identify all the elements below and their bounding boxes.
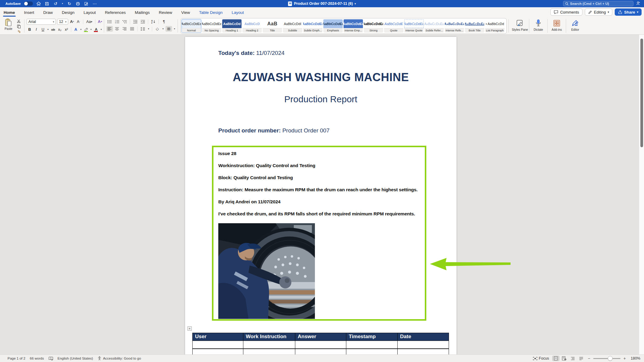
align-center-button[interactable]	[114, 26, 120, 32]
style-subtle-emph[interactable]: AaBbCcDdEeSubtle Emph...	[303, 19, 323, 33]
account-icon[interactable]	[636, 1, 641, 7]
tab-view[interactable]: View	[181, 8, 191, 17]
show-formatting-marks-button[interactable]: ¶	[161, 19, 167, 24]
share-button[interactable]: Share ▾	[615, 8, 642, 16]
align-right-button[interactable]	[121, 26, 128, 32]
style-intense-emp[interactable]: AaBbCcDdEeIntense Emp...	[343, 19, 363, 33]
spellcheck-icon[interactable]	[49, 357, 53, 360]
scrollbar-thumb[interactable]	[640, 39, 643, 147]
zoom-slider[interactable]	[593, 358, 620, 359]
sort-button[interactable]: AZ	[150, 19, 157, 24]
table-header-date[interactable]: Date	[398, 333, 449, 341]
cut-icon[interactable]	[16, 19, 22, 24]
paste-button[interactable]: Paste	[2, 18, 14, 34]
style-emphasis[interactable]: AaBbCcDdEeEmphasis	[323, 19, 343, 33]
tab-home[interactable]: Home	[3, 8, 16, 17]
bullet-list-button[interactable]	[106, 19, 113, 24]
document-title-area[interactable]: Product Order 007-2024-07-11 (6) ▾	[0, 0, 644, 7]
print-layout-view-button[interactable]	[552, 356, 559, 361]
zoom-in-button[interactable]: +	[623, 356, 626, 361]
immersive-reader-view-button[interactable]	[561, 356, 568, 361]
tab-layout-contextual[interactable]: Layout	[231, 8, 245, 17]
clear-formatting-button[interactable]: A✦	[98, 19, 103, 25]
zoom-out-button[interactable]: −	[588, 356, 590, 361]
table-cell[interactable]	[398, 349, 449, 355]
search-input[interactable]: Search (Cmd + Ctrl + U)	[563, 1, 633, 6]
style-heading-1[interactable]: AaBbCcDdHeading 1	[222, 19, 242, 33]
borders-chevron-icon[interactable]: ▾	[173, 26, 176, 32]
underline-button[interactable]: U	[40, 27, 46, 32]
tab-insert[interactable]: Insert	[24, 8, 35, 17]
table-cell[interactable]	[398, 341, 449, 349]
tab-references[interactable]: References	[104, 8, 126, 17]
highlight-color-button[interactable]	[83, 27, 89, 32]
outline-view-button[interactable]	[569, 356, 576, 361]
table-cell[interactable]	[243, 341, 295, 349]
subscript-button[interactable]: x₂	[57, 27, 63, 32]
table-cell[interactable]	[346, 341, 398, 349]
report-table[interactable]: UserWork InstructionAnswerTimestampDate	[192, 333, 449, 354]
zoom-slider-knob[interactable]	[608, 356, 613, 361]
underline-chevron-icon[interactable]: ▾	[46, 27, 50, 32]
editing-mode-button[interactable]: Editing ▾	[585, 8, 612, 16]
style-intense-refe[interactable]: AaBbCcDdEeIntense Refe...	[444, 19, 464, 33]
line-spacing-button[interactable]	[139, 26, 146, 32]
style-intense-quote[interactable]: AaBbCcDdEeIntense Quote	[404, 19, 424, 33]
table-cell[interactable]	[295, 349, 346, 355]
italic-button[interactable]: I	[33, 27, 39, 32]
format-painter-icon[interactable]	[16, 29, 22, 34]
table-cell[interactable]	[243, 349, 295, 355]
text-effects-button[interactable]: A	[73, 27, 79, 32]
font-color-button[interactable]: A	[93, 27, 99, 32]
decrease-indent-button[interactable]	[132, 19, 139, 24]
tab-mailings[interactable]: Mailings	[134, 8, 150, 17]
style-heading-2[interactable]: AaBbCcDHeading 2	[242, 19, 262, 33]
superscript-button[interactable]: x²	[63, 27, 69, 32]
accessibility-status[interactable]: Accessibility: Good to go	[98, 356, 141, 360]
table-cell[interactable]	[193, 341, 243, 349]
style-book-title[interactable]: AaBbCcDdEeBook Title	[465, 19, 485, 33]
table-header-work-instruction[interactable]: Work Instruction	[243, 333, 295, 341]
font-name-select[interactable]: Arial▾	[27, 19, 56, 25]
font-size-select[interactable]: 12▾	[57, 19, 68, 25]
shading-button[interactable]: ◇	[154, 26, 161, 32]
borders-button[interactable]: ⊞	[165, 26, 172, 32]
style-strong[interactable]: AaBbCcDdEeStrong	[364, 19, 383, 33]
table-cell[interactable]	[295, 341, 346, 349]
focus-mode-button[interactable]: Focus	[533, 356, 549, 360]
style-subtle-refer[interactable]: AaBbCcDdEeSubtle Refer...	[424, 19, 444, 33]
zoom-percent[interactable]: 180%	[629, 356, 640, 360]
style-quote[interactable]: AaBbCcDdEQuote	[384, 19, 404, 33]
document-page[interactable]: Today's date: 11/07/2024 AZUWASH WASHING…	[185, 37, 457, 354]
tab-review[interactable]: Review	[158, 8, 173, 17]
shading-chevron-icon[interactable]: ▾	[162, 26, 165, 32]
change-case-button[interactable]: Aa▾	[85, 19, 93, 25]
numbered-list-button[interactable]: 123	[114, 19, 120, 24]
add-ins-button[interactable]: Add-ins	[548, 18, 565, 32]
highlight-chevron-icon[interactable]: ▾	[90, 27, 93, 32]
style-normal[interactable]: AaBbCcDdEeNormal	[181, 19, 201, 33]
tab-design[interactable]: Design	[61, 8, 75, 17]
table-cell[interactable]	[346, 349, 398, 355]
align-left-button[interactable]	[106, 26, 113, 32]
table-header-timestamp[interactable]: Timestamp	[346, 333, 398, 341]
style-no-spacing[interactable]: AaBbCcDdEeNo Spacing	[202, 19, 222, 33]
copy-icon[interactable]	[16, 24, 22, 29]
style-title[interactable]: AaBTitle	[262, 19, 282, 33]
increase-indent-button[interactable]	[139, 19, 146, 24]
annotation-arrow[interactable]	[429, 257, 511, 271]
tab-table-design-contextual[interactable]: Table Design	[198, 8, 223, 17]
scrollbar-track[interactable]	[639, 35, 644, 354]
tab-layout[interactable]: Layout	[83, 8, 97, 17]
tab-draw[interactable]: Draw	[43, 8, 53, 17]
multilevel-list-button[interactable]	[121, 19, 128, 24]
comments-button[interactable]: Comments	[550, 8, 582, 16]
spacing-chevron-icon[interactable]: ▾	[147, 26, 150, 32]
style-subtitle[interactable]: AaBbCcDdISubtitle	[283, 19, 303, 33]
strikethrough-button[interactable]: ab	[50, 27, 56, 32]
shrink-font-button[interactable]: Aˇ	[76, 19, 81, 25]
justify-button[interactable]	[129, 26, 136, 32]
editor-button[interactable]: Editor	[567, 18, 584, 32]
effects-chevron-icon[interactable]: ▾	[79, 27, 82, 32]
page-count-status[interactable]: Page 1 of 2	[8, 357, 25, 360]
